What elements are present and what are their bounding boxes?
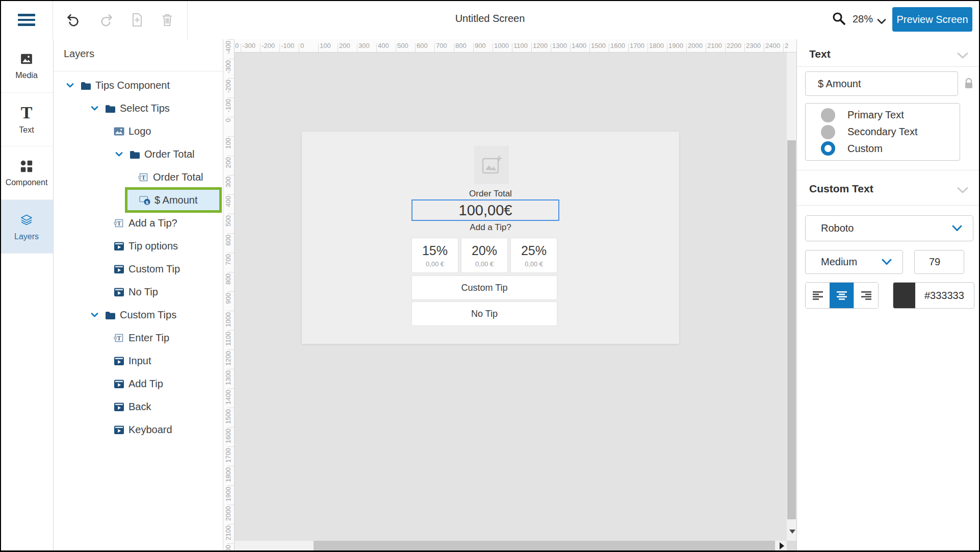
text-style-option-primary-text[interactable]: Primary Text	[806, 108, 960, 122]
artboard-tips-screen[interactable]: Order Total 100,00€ Add a Tip? 15%0,00 €…	[302, 132, 679, 344]
lock-icon[interactable]	[963, 77, 974, 92]
ruler-label: 1600	[224, 429, 232, 443]
layer-row-keyboard[interactable]: Keyboard	[54, 418, 223, 441]
ruler-tick	[227, 136, 234, 137]
media-icon	[20, 52, 33, 66]
selected-amount-layer[interactable]: 100,00€	[411, 199, 559, 221]
ruler-tick	[686, 43, 687, 52]
zoom-chevron-down-icon[interactable]	[874, 14, 889, 29]
image-plus-icon	[480, 155, 503, 176]
button-layer-icon	[113, 264, 125, 274]
tip-percent: 20%	[472, 243, 497, 258]
text-section-chevron-down-icon[interactable]	[957, 52, 969, 62]
ruler-label: 400	[224, 196, 232, 207]
ruler-tick	[299, 43, 299, 52]
ruler-label: 300	[224, 177, 232, 188]
layer-label: Input	[128, 355, 151, 367]
font-family-select[interactable]: Roboto	[805, 215, 973, 241]
ruler-tick	[648, 43, 648, 52]
color-swatch[interactable]	[893, 283, 915, 308]
sidebar-item-layers[interactable]: Layers	[0, 200, 53, 254]
ruler-label: -300	[224, 60, 232, 73]
ruler-tick	[279, 43, 280, 52]
layer-row-order-total[interactable]: Order Total	[54, 143, 223, 166]
horizontal-scrollbar-thumb[interactable]	[314, 541, 775, 551]
layer-name-input[interactable]	[805, 71, 958, 96]
font-weight-select[interactable]: Medium	[805, 250, 903, 274]
order-total-label: Order Total	[302, 189, 679, 199]
text-color-field[interactable]: #333333	[893, 282, 974, 309]
design-canvas[interactable]: Order Total 100,00€ Add a Tip? 15%0,00 €…	[235, 53, 787, 541]
ruler-tick	[227, 272, 234, 272]
ruler-tick	[357, 43, 357, 52]
logo-image-placeholder[interactable]	[474, 146, 509, 184]
layer-row-select-tips[interactable]: Select Tips	[54, 97, 223, 120]
no-tip-button[interactable]: No Tip	[411, 302, 557, 326]
text-style-option-secondary-text[interactable]: Secondary Text	[806, 125, 960, 139]
ruler-tick	[227, 311, 234, 311]
align-left-button[interactable]	[806, 283, 830, 308]
text-style-option-custom[interactable]: Custom	[806, 141, 960, 156]
layer-row-back[interactable]: Back	[54, 395, 223, 418]
layer-row-add-a-tip[interactable]: TAdd a Tip?	[54, 212, 223, 235]
custom-text-section-chevron-down-icon[interactable]	[957, 186, 969, 196]
layer-row-no-tip[interactable]: No Tip	[54, 281, 223, 304]
ruler-tick	[744, 43, 745, 52]
layers-panel: Layers Tips ComponentSelect TipsLogoOrde…	[54, 39, 223, 551]
button-layer-icon	[113, 241, 125, 252]
zoom-search-icon[interactable]	[831, 11, 846, 26]
font-weight-value: Medium	[821, 256, 857, 268]
sidebar-item-label: Text	[19, 126, 34, 135]
layer-row-custom-tip[interactable]: Custom Tip	[54, 258, 223, 281]
layer-row-input[interactable]: Input	[54, 349, 223, 372]
ruler-tick	[531, 43, 532, 52]
layer-row-tips-component[interactable]: Tips Component	[54, 74, 223, 97]
button-layer-icon	[113, 424, 125, 435]
ruler-tick	[241, 43, 241, 52]
layer-label: Order Total	[144, 148, 195, 160]
vertical-scrollbar[interactable]	[787, 53, 796, 541]
tip-button-15pct[interactable]: 15%0,00 €	[411, 238, 458, 273]
custom-tip-button[interactable]: Custom Tip	[411, 275, 557, 300]
layer-row-tip-options[interactable]: Tip options	[54, 235, 223, 258]
radio-unselected-icon[interactable]	[821, 125, 835, 139]
preview-screen-button[interactable]: Preview Screen	[892, 7, 972, 32]
divider	[797, 205, 980, 206]
sidebar-item-media[interactable]: Media	[0, 39, 53, 93]
layer-row-add-tip[interactable]: Add Tip	[54, 372, 223, 395]
ruler-label: -100	[281, 42, 294, 49]
ruler-label: -200	[262, 42, 275, 49]
align-center-button[interactable]	[830, 283, 854, 308]
tip-button-25pct[interactable]: 25%0,00 €	[510, 238, 557, 273]
add-a-tip-label: Add a Tip?	[302, 222, 679, 233]
radio-selected-icon[interactable]	[821, 141, 835, 156]
sidebar-item-text[interactable]: TText	[0, 93, 53, 146]
layer-row-amount[interactable]: $$ Amount	[125, 187, 222, 213]
scroll-right-arrow-icon[interactable]	[780, 542, 784, 549]
ruler-label: 0	[300, 42, 304, 49]
ruler-label: 1800	[649, 42, 664, 49]
layer-row-logo[interactable]: Logo	[54, 120, 223, 143]
button-layer-icon	[113, 402, 125, 412]
layer-row-custom-tips[interactable]: Custom Tips	[54, 304, 223, 327]
scroll-down-arrow-icon[interactable]	[789, 530, 795, 534]
ruler-label: 100	[224, 138, 232, 149]
ruler-tick	[227, 485, 234, 486]
ruler-label: 2200	[727, 42, 741, 49]
ruler-label: 1400	[572, 42, 586, 49]
sidebar-item-component[interactable]: Component	[0, 146, 53, 200]
vertical-scrollbar-thumb[interactable]	[787, 140, 796, 519]
radio-label: Primary Text	[847, 109, 904, 121]
ruler-tick	[227, 175, 234, 175]
text-align-group	[805, 282, 879, 309]
align-right-button[interactable]	[854, 283, 878, 308]
radio-unselected-icon[interactable]	[821, 108, 835, 122]
ruler-tick	[609, 43, 609, 52]
layer-row-enter-tip[interactable]: TEnter Tip	[54, 327, 223, 349]
tip-button-20pct[interactable]: 20%0,00 €	[461, 238, 508, 273]
layer-row-order-total[interactable]: TOrder Total	[54, 166, 223, 189]
ruler-tick	[434, 43, 435, 52]
divider	[54, 71, 223, 71]
zoom-level[interactable]: 28%	[853, 13, 873, 25]
font-size-input[interactable]	[914, 250, 964, 274]
